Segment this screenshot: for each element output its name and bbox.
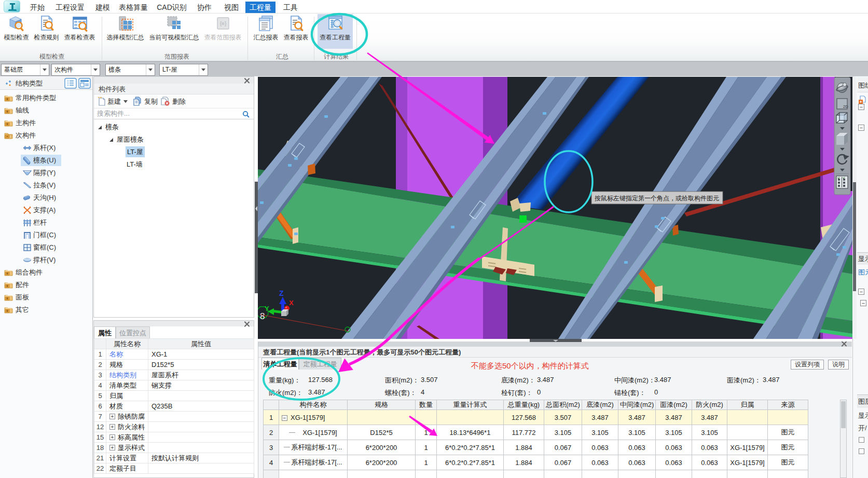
svg-text:X: X [289,299,294,307]
svg-text:按鼠标左键指定第一个角点，或拾取构件图元: 按鼠标左键指定第一个角点，或拾取构件图元 [595,195,719,202]
svg-text:8: 8 [260,311,265,321]
svg-text:2D: 2D [843,104,848,109]
svg-text:Z: Z [279,289,284,297]
svg-text:{≡}: {≡} [219,21,226,26]
svg-text:Y: Y [265,305,269,312]
